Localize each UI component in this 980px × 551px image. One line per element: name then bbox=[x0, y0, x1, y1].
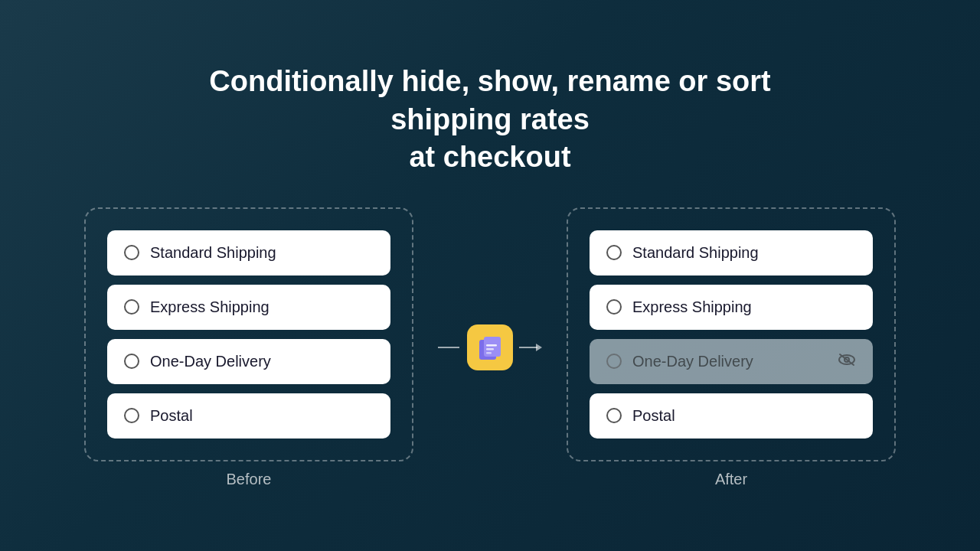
before-label-oneday: One-Day Delivery bbox=[150, 353, 374, 370]
after-label-express: Express Shipping bbox=[632, 298, 856, 316]
after-label: After bbox=[715, 471, 747, 488]
radio-postal-after bbox=[606, 408, 622, 423]
page-title: Conditionally hide, show, rename or sort… bbox=[145, 63, 835, 176]
before-label-postal: Postal bbox=[150, 407, 374, 425]
arrow-container bbox=[438, 324, 542, 370]
before-panel: Standard Shipping Express Shipping One-D… bbox=[84, 207, 413, 461]
app-icon bbox=[467, 324, 513, 370]
comparison-wrapper: Standard Shipping Express Shipping One-D… bbox=[84, 207, 896, 488]
after-row-postal: Postal bbox=[590, 393, 873, 439]
radio-standard-after bbox=[606, 245, 622, 260]
svg-rect-5 bbox=[486, 352, 492, 354]
svg-rect-3 bbox=[486, 344, 497, 347]
before-label-standard: Standard Shipping bbox=[150, 244, 374, 262]
after-row-oneday: One-Day Delivery bbox=[590, 339, 873, 384]
after-label-postal: Postal bbox=[632, 407, 856, 425]
radio-express-before bbox=[124, 299, 139, 315]
svg-rect-2 bbox=[484, 337, 501, 357]
app-icon-svg bbox=[476, 334, 504, 361]
before-label-express: Express Shipping bbox=[150, 298, 374, 316]
hide-eye-icon bbox=[838, 353, 856, 370]
after-panel-wrapper: Standard Shipping Express Shipping One-D… bbox=[567, 207, 896, 488]
after-label-oneday: One-Day Delivery bbox=[632, 353, 827, 370]
before-row-oneday: One-Day Delivery bbox=[107, 339, 390, 384]
after-panel: Standard Shipping Express Shipping One-D… bbox=[567, 207, 896, 461]
before-row-postal: Postal bbox=[107, 393, 390, 439]
radio-postal-before bbox=[124, 408, 139, 423]
before-row-standard: Standard Shipping bbox=[107, 230, 390, 276]
svg-rect-4 bbox=[486, 348, 494, 350]
svg-marker-7 bbox=[536, 344, 542, 351]
arrow-left-line bbox=[438, 341, 461, 354]
before-panel-wrapper: Standard Shipping Express Shipping One-D… bbox=[84, 207, 413, 488]
after-label-standard: Standard Shipping bbox=[632, 244, 856, 262]
arrow-right-line bbox=[519, 341, 542, 354]
before-row-express: Express Shipping bbox=[107, 285, 390, 330]
radio-standard-before bbox=[124, 245, 139, 260]
radio-oneday-after bbox=[606, 354, 622, 369]
after-row-express: Express Shipping bbox=[590, 285, 873, 330]
radio-express-after bbox=[606, 299, 622, 315]
after-row-standard: Standard Shipping bbox=[590, 230, 873, 276]
arrow-section bbox=[413, 324, 567, 370]
radio-oneday-before bbox=[124, 354, 139, 369]
before-label: Before bbox=[227, 471, 272, 488]
eye-crossed-icon bbox=[838, 353, 856, 367]
